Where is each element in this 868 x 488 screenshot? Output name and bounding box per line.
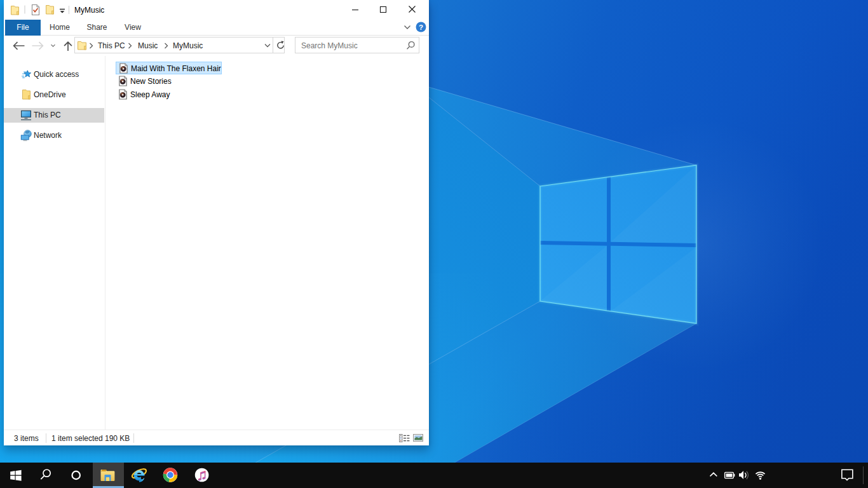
svg-text:?: ? xyxy=(419,24,423,31)
